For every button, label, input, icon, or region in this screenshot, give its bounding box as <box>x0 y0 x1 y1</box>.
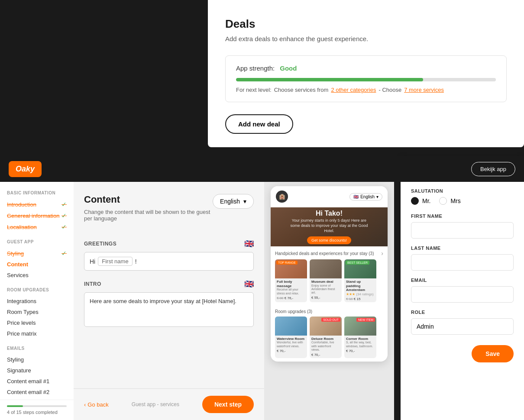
firstname-input[interactable] <box>411 222 514 239</box>
hotel-logo: 🏨 <box>276 191 288 203</box>
sidebar-item-signature[interactable]: Signature <box>7 365 67 376</box>
room-card-2-info: Deluxe Room Comfortable, live with water… <box>310 336 342 358</box>
sidebar-item-room-types[interactable]: Room Types <box>7 307 67 317</box>
room-card-3-info: Corner Room S, all the way, bed, windows… <box>344 336 376 354</box>
deals-subtitle: Add extra deals to enhance the guest exp… <box>225 35 507 42</box>
salutation-radio-group: Mr. Mrs <box>411 197 514 205</box>
new-users-panel: New users SALUTATION Mr. Mrs FIRST NAME … <box>401 156 524 420</box>
deal-card-3-stars: ★★★ (34 ratings) <box>346 292 375 296</box>
mrs-radio-dot <box>439 197 447 205</box>
sidebar-item-content[interactable]: Content <box>7 259 67 270</box>
bekijk-app-button[interactable]: Bekijk app <box>471 162 515 176</box>
section-guest-app: GUEST APP <box>7 239 67 244</box>
greetings-section-row: GREETINGS 🇬🇧 <box>84 239 254 249</box>
app-strength-box: App strength: Good For next level: Choos… <box>225 55 507 102</box>
content-subtitle: Change the content that will be shown to… <box>84 209 213 222</box>
role-input[interactable] <box>411 318 514 335</box>
sidebar-item-emails-styling[interactable]: Styling <box>7 354 67 365</box>
mr-radio[interactable]: Mr. <box>411 197 430 205</box>
sidebar: BASIC INFORMATION Introduction ✓ Generea… <box>0 182 74 420</box>
deal-card-3: BEST SELLER Stand up paddling Amsterdam … <box>344 259 376 302</box>
preview-room-cards: Waterview Room Wonderful, live with wate… <box>275 317 383 358</box>
top-badge: TOP RANGE <box>276 261 298 265</box>
deal-card-1: TOP RANGE Full body massage Receive all … <box>275 259 307 302</box>
preview-hero: Hi Tako! Your journey starts in only 5 d… <box>271 207 388 246</box>
room-card-2-img: SOLD OUT <box>310 317 342 336</box>
mrs-radio[interactable]: Mrs <box>439 197 460 205</box>
sidebar-item-localisation[interactable]: Localisation ✓ <box>7 221 67 233</box>
room-card-3-img: NEW ITEM <box>344 317 376 336</box>
deal-card-2-price: € 55,- <box>311 296 340 300</box>
black-overlay <box>0 0 208 156</box>
progress-mini-fill <box>7 405 23 407</box>
uk-flag-icon-2: 🇬🇧 <box>244 279 254 289</box>
deal-card-1-img: TOP RANGE <box>275 259 307 278</box>
check-icon-localisation: ✓ <box>61 223 67 230</box>
content-title: Content <box>84 194 213 205</box>
preview-deals-section: Handpicked deals and experiences for you… <box>271 246 388 306</box>
deal-card-2-img <box>310 259 342 278</box>
deal-card-1-price: € 80 € 76,- <box>277 296 305 300</box>
greetings-exclaim: ! <box>135 258 137 265</box>
deal-card-3-price: € 18 € 15 <box>346 297 375 301</box>
oaky-logo: Oaky <box>9 161 42 177</box>
section-room-upgrades: ROOM UPGRADES <box>7 288 67 292</box>
next-level-prefix: For next level: <box>236 87 272 93</box>
deal-card-3-info: Stand up paddling Amsterdam ★★★ (34 rati… <box>344 278 376 302</box>
salutation-label: SALUTATION <box>411 188 514 194</box>
deal-card-1-info: Full body massage Receive all your stres… <box>275 278 307 301</box>
check-icon-introduction: ✓ <box>61 201 67 208</box>
sidebar-item-general[interactable]: Genereal information ✓ <box>7 210 67 221</box>
sidebar-item-content-email2[interactable]: Content email #2 <box>7 387 67 397</box>
language-selector[interactable]: English ▾ <box>213 194 254 209</box>
save-button[interactable]: Save <box>472 345 514 362</box>
preview-room-title: Room upgrades (3) <box>275 309 312 314</box>
email-input[interactable] <box>411 286 514 303</box>
go-back-link[interactable]: ‹ Go back <box>84 401 109 408</box>
more-services-link[interactable]: 7 more services <box>404 87 444 93</box>
new-badge: BEST SELLER <box>346 261 369 265</box>
uk-flag-small: 🇬🇧 <box>353 194 359 199</box>
lastname-input[interactable] <box>411 254 514 271</box>
room-card-3: NEW ITEM Corner Room S, all the way, bed… <box>344 317 376 358</box>
sidebar-item-styling[interactable]: Styling ✓ <box>7 248 67 259</box>
room-card-3-price: € 70,- <box>346 349 375 353</box>
sidebar-footer: 4 of 15 steps completed <box>0 400 74 420</box>
breadcrumb: Guest app - services <box>132 401 179 407</box>
deals-title: Deals <box>225 17 507 31</box>
sidebar-item-price-levels[interactable]: Price levels <box>7 317 67 328</box>
preview-deals-title: Handpicked deals and experiences for you… <box>275 251 374 256</box>
oaky-header: Oaky Bekijk app <box>0 156 524 182</box>
check-icon-general: ✓ <box>61 212 67 219</box>
mr-label: Mr. <box>422 197 430 204</box>
preview-area: 🏨 🇬🇧 English ▾ Hi Tako! Your journey sta… <box>264 182 394 420</box>
mr-radio-dot <box>411 197 419 205</box>
preview-room-section: Room upgrades (3) Waterview Room Wonderf… <box>271 306 388 362</box>
sidebar-item-services[interactable]: Services <box>7 270 67 281</box>
sidebar-item-integrations[interactable]: Integrations <box>7 296 67 307</box>
greetings-hi: Hi <box>90 258 95 265</box>
other-categories-link[interactable]: 2 other categories <box>331 87 376 93</box>
progress-mini-bar <box>7 405 67 407</box>
deals-panel: Deals Add extra deals to enhance the gue… <box>208 0 524 147</box>
content-area: Content Change the content that will be … <box>74 182 264 420</box>
intro-textarea[interactable] <box>84 292 254 327</box>
sidebar-item-price-matrix[interactable]: Price matrix <box>7 328 67 339</box>
sidebar-item-introduction[interactable]: Introduction ✓ <box>7 199 67 210</box>
app-strength-label: App strength: <box>236 65 275 72</box>
add-deal-button[interactable]: Add new deal <box>225 114 293 134</box>
deal-card-3-img: BEST SELLER <box>344 259 376 278</box>
greetings-input[interactable]: Hi First name ! <box>84 252 254 271</box>
deal-card-2-info: Museum deal Enjoy some of Amsterdam fine… <box>310 278 342 301</box>
role-label: ROLE <box>411 310 514 315</box>
room-card-2-price: € 70,- <box>311 353 340 357</box>
room-card-2: SOLD OUT Deluxe Room Comfortable, live w… <box>310 317 342 358</box>
preview-cta-button: Get some discounts! <box>307 236 351 244</box>
next-step-button[interactable]: Next step <box>202 396 254 413</box>
preview-hi-text: Hi Tako! <box>290 210 368 217</box>
sidebar-item-content-email1[interactable]: Content email #1 <box>7 376 67 387</box>
back-arrow-icon: ‹ <box>84 401 86 408</box>
next-level-row: For next level: Choose services from 2 o… <box>236 87 496 93</box>
progress-text: 4 of 15 steps completed <box>7 410 67 415</box>
room-card-1: Waterview Room Wonderful, live with wate… <box>275 317 307 358</box>
